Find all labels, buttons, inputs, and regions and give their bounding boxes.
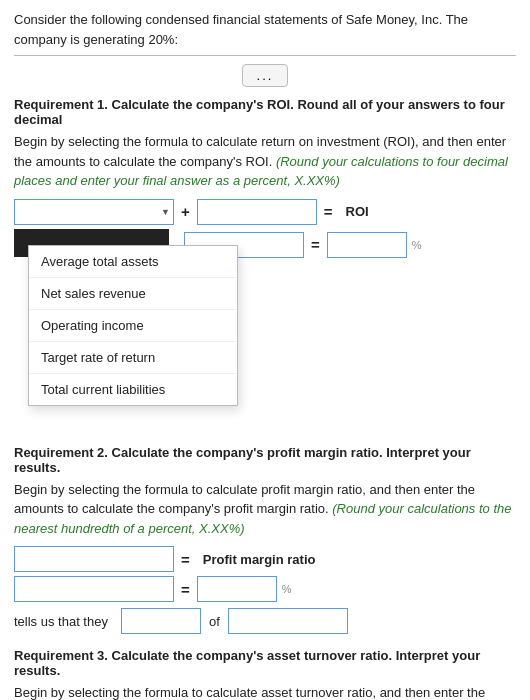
req1-result-label: ROI <box>346 204 369 219</box>
req1-eq2: = <box>309 236 322 253</box>
req2-result-input[interactable] <box>197 576 277 602</box>
dropdown-overlay: Average total assets Net sales revenue O… <box>28 245 238 406</box>
roi-formula-select[interactable]: Average total assets Net sales revenue O… <box>14 199 174 225</box>
req1-plus: + <box>179 203 192 220</box>
req1-row1: Average total assets Net sales revenue O… <box>14 199 516 225</box>
intro-content: Consider the following condensed financi… <box>14 12 468 47</box>
req2-row1: = Profit margin ratio <box>14 546 516 572</box>
ellipsis-button[interactable]: ... <box>242 64 289 87</box>
req2-row2: = % <box>14 576 516 602</box>
req1-title: Requirement 1. Calculate the company's R… <box>14 97 516 127</box>
req2-of-label: of <box>209 614 220 629</box>
req1-input1[interactable] <box>197 199 317 225</box>
requirement-2-section: Requirement 2. Calculate the company's p… <box>14 445 516 635</box>
dropdown-item-2[interactable]: Operating income <box>29 310 237 342</box>
req2-input1[interactable] <box>14 546 174 572</box>
dropdown-item-0[interactable]: Average total assets <box>29 246 237 278</box>
req2-title: Requirement 2. Calculate the company's p… <box>14 445 516 475</box>
divider-top <box>14 55 516 56</box>
requirement-3-section: Requirement 3. Calculate the company's a… <box>14 648 516 700</box>
dropdown-item-3[interactable]: Target rate of return <box>29 342 237 374</box>
dropdown-item-1[interactable]: Net sales revenue <box>29 278 237 310</box>
req2-tells-text: tells us that they <box>14 614 108 629</box>
ellipsis-area: ... <box>14 64 516 87</box>
req1-eq1: = <box>322 203 335 220</box>
req2-tells-input[interactable] <box>121 608 201 634</box>
dropdown-item-4[interactable]: Total current liabilities <box>29 374 237 405</box>
req3-title: Requirement 3. Calculate the company's a… <box>14 648 516 678</box>
req2-tells-row: tells us that they of <box>14 608 516 634</box>
req2-body: Begin by selecting the formula to calcul… <box>14 480 516 539</box>
intro-text: Consider the following condensed financi… <box>14 10 516 49</box>
formula-select-wrapper: Average total assets Net sales revenue O… <box>14 199 174 225</box>
req1-result-input[interactable] <box>327 232 407 258</box>
req1-body: Begin by selecting the formula to calcul… <box>14 132 516 191</box>
req2-input2[interactable] <box>14 576 174 602</box>
req3-body: Begin by selecting the formula to calcul… <box>14 683 516 700</box>
req2-of-input[interactable] <box>228 608 348 634</box>
req2-result-label: Profit margin ratio <box>203 552 316 567</box>
requirement-1-section: Requirement 1. Calculate the company's R… <box>14 97 516 261</box>
